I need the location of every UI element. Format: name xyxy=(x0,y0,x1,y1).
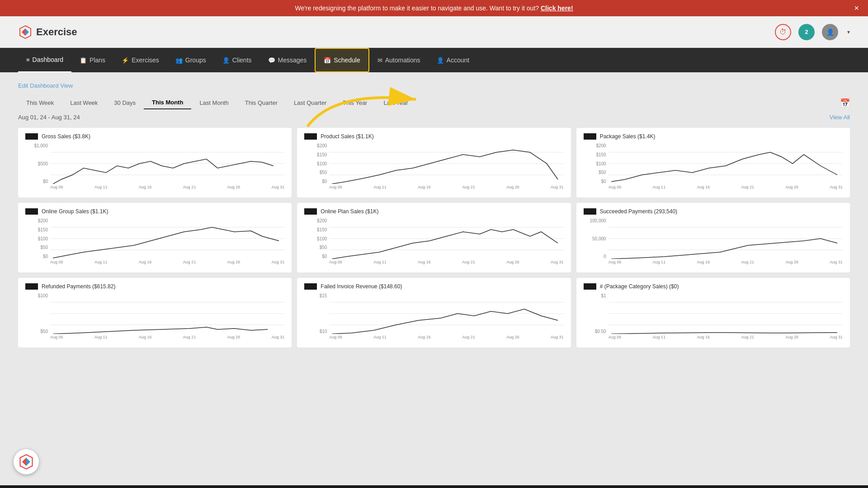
nav-messages[interactable]: 💬 Messages xyxy=(260,48,315,72)
legend-box-package-category-sales xyxy=(584,283,596,290)
chart-header-online-group-sales: Online Group Sales ($1.1K) xyxy=(25,208,284,215)
xaxis-gross-sales: Aug 06Aug 11Aug 16Aug 21Aug 26Aug 31 xyxy=(50,185,284,193)
chart-plot-online-group-sales xyxy=(50,218,284,259)
charts-grid: Gross Sales ($3.8K)$1,000$500$0Aug 06Aug… xyxy=(18,128,850,347)
chart-area-online-group-sales: $200$150$100$50$0Aug 06Aug 11Aug 16Aug 2… xyxy=(25,218,284,268)
legend-box-failed-invoice xyxy=(304,283,317,290)
nav-clients[interactable]: 👤 Clients xyxy=(214,48,260,72)
nav-groups-label: Groups xyxy=(185,56,206,64)
filter-30-days[interactable]: 30 Days xyxy=(106,97,144,109)
announcement-banner: We're redesigning the platform to make i… xyxy=(0,0,868,16)
filter-last-month[interactable]: Last Month xyxy=(191,97,236,109)
filter-this-quarter[interactable]: This Quarter xyxy=(237,97,286,109)
chart-header-gross-sales: Gross Sales ($3.8K) xyxy=(25,133,284,140)
xaxis-package-category-sales: Aug 06Aug 11Aug 16Aug 21Aug 26Aug 31 xyxy=(609,335,843,343)
filter-this-week[interactable]: This Week xyxy=(18,97,62,109)
dashboard-icon: ≡ xyxy=(26,56,30,63)
chart-title-online-plan-sales: Online Plan Sales ($1K) xyxy=(321,208,378,215)
chart-plot-package-category-sales xyxy=(609,293,843,334)
clock-button[interactable]: ⏱ xyxy=(775,24,791,40)
nav-plans[interactable]: 📋 Plans xyxy=(71,48,113,72)
chart-area-gross-sales: $1,000$500$0Aug 06Aug 11Aug 16Aug 21Aug … xyxy=(25,143,284,193)
chart-plot-succeeded-payments xyxy=(609,218,843,259)
filter-last-quarter[interactable]: Last Quarter xyxy=(286,97,335,109)
groups-icon: 👥 xyxy=(175,57,183,64)
legend-box-online-group-sales xyxy=(25,208,38,215)
chart-header-succeeded-payments: Succeeded Payments (293,540) xyxy=(584,208,843,215)
yaxis-online-plan-sales: $200$150$100$50$0 xyxy=(304,218,327,259)
chart-title-product-sales: Product Sales ($1.1K) xyxy=(321,133,373,140)
nav-automations[interactable]: ✉ Automations xyxy=(369,48,429,72)
legend-box-refunded-payments xyxy=(25,283,38,290)
chart-title-online-group-sales: Online Group Sales ($1.1K) xyxy=(42,208,108,215)
date-range-text: Aug 01, 24 - Aug 31, 24 xyxy=(18,114,80,121)
nav-messages-label: Messages xyxy=(278,56,307,64)
xaxis-refunded-payments: Aug 06Aug 11Aug 16Aug 21Aug 26Aug 31 xyxy=(50,335,284,343)
xaxis-succeeded-payments: Aug 06Aug 11Aug 16Aug 21Aug 26Aug 31 xyxy=(609,260,843,268)
banner-link[interactable]: Click here! xyxy=(541,5,573,12)
chart-title-gross-sales: Gross Sales ($3.8K) xyxy=(42,133,90,140)
account-icon: 👤 xyxy=(437,57,444,64)
messages-icon: 💬 xyxy=(268,57,275,64)
chart-title-succeeded-payments: Succeeded Payments (293,540) xyxy=(600,208,677,215)
chart-product-sales: Product Sales ($1.1K)$200$150$100$50$0Au… xyxy=(297,128,571,197)
automations-icon: ✉ xyxy=(377,57,382,64)
edit-dashboard-link[interactable]: Edit Dashboard View xyxy=(18,82,73,89)
notifications-button[interactable]: 2 xyxy=(798,24,815,40)
clients-icon: 👤 xyxy=(222,57,230,64)
chart-area-failed-invoice: $15$10Aug 06Aug 11Aug 16Aug 21Aug 26Aug … xyxy=(304,293,563,343)
yaxis-package-category-sales: $1$0.50 xyxy=(584,293,606,334)
chart-plot-refunded-payments xyxy=(50,293,284,334)
yaxis-product-sales: $200$150$100$50$0 xyxy=(304,143,327,184)
banner-message: We're redesigning the platform to make i… xyxy=(295,5,539,12)
plans-icon: 📋 xyxy=(80,57,87,64)
chart-plot-online-plan-sales xyxy=(329,218,563,259)
chart-area-package-category-sales: $1$0.50Aug 06Aug 11Aug 16Aug 21Aug 26Aug… xyxy=(584,293,843,343)
calendar-icon[interactable]: 📅 xyxy=(840,98,850,108)
yaxis-package-sales: $200$150$100$50$0 xyxy=(584,143,606,184)
yaxis-online-group-sales: $200$150$100$50$0 xyxy=(25,218,48,259)
legend-box-succeeded-payments xyxy=(584,208,596,215)
legend-box-gross-sales xyxy=(25,133,38,140)
legend-box-package-sales xyxy=(584,133,596,140)
logo-icon xyxy=(18,25,33,39)
nav-dashboard[interactable]: ≡ Dashboard xyxy=(18,48,71,72)
chart-header-refunded-payments: Refunded Payments ($615.82) xyxy=(25,283,284,290)
filter-this-year[interactable]: This Year xyxy=(335,97,375,109)
xaxis-online-plan-sales: Aug 06Aug 11Aug 16Aug 21Aug 26Aug 31 xyxy=(329,260,563,268)
chart-plot-failed-invoice xyxy=(329,293,563,334)
nav-schedule-label: Schedule xyxy=(334,56,360,64)
chart-refunded-payments: Refunded Payments ($615.82)$100$50Aug 06… xyxy=(18,278,292,347)
header: Exercise ⏱ 2 👤 ▾ xyxy=(0,16,868,48)
chart-title-package-category-sales: # (Package Category Sales) ($0) xyxy=(600,283,679,290)
yaxis-gross-sales: $1,000$500$0 xyxy=(25,143,48,184)
chart-failed-invoice: Failed Invoice Revenue ($148.60)$15$10Au… xyxy=(297,278,571,347)
chart-area-product-sales: $200$150$100$50$0Aug 06Aug 11Aug 16Aug 2… xyxy=(304,143,563,193)
chart-plot-gross-sales xyxy=(50,143,284,184)
nav-exercises[interactable]: ⚡ Exercises xyxy=(113,48,167,72)
chart-online-plan-sales: Online Plan Sales ($1K)$200$150$100$50$0… xyxy=(297,203,571,272)
filter-last-week[interactable]: Last Week xyxy=(62,97,106,109)
avatar[interactable]: 👤 xyxy=(822,24,838,40)
bottom-logo[interactable] xyxy=(14,449,39,474)
chart-package-category-sales: # (Package Category Sales) ($0)$1$0.50Au… xyxy=(576,278,850,347)
banner-close-button[interactable]: × xyxy=(854,4,859,13)
schedule-icon: 📅 xyxy=(324,57,331,64)
nav-automations-label: Automations xyxy=(385,56,420,64)
chart-plot-package-sales xyxy=(609,143,843,184)
chart-area-package-sales: $200$150$100$50$0Aug 06Aug 11Aug 16Aug 2… xyxy=(584,143,843,193)
nav-account[interactable]: 👤 Account xyxy=(429,48,478,72)
chart-succeeded-payments: Succeeded Payments (293,540)100,00050,00… xyxy=(576,203,850,272)
xaxis-package-sales: Aug 06Aug 11Aug 16Aug 21Aug 26Aug 31 xyxy=(609,185,843,193)
nav-groups[interactable]: 👥 Groups xyxy=(167,48,214,72)
filter-last-year[interactable]: Last Year xyxy=(375,97,416,109)
nav-schedule[interactable]: 📅 Schedule xyxy=(315,48,369,72)
chart-gross-sales: Gross Sales ($3.8K)$1,000$500$0Aug 06Aug… xyxy=(18,128,292,197)
header-actions: ⏱ 2 👤 ▾ xyxy=(775,24,850,40)
filter-this-month[interactable]: This Month xyxy=(144,96,191,109)
chart-header-package-sales: Package Sales ($1.4K) xyxy=(584,133,843,140)
chart-title-package-sales: Package Sales ($1.4K) xyxy=(600,133,656,140)
avatar-caret-icon[interactable]: ▾ xyxy=(847,29,850,35)
view-all-link[interactable]: View All xyxy=(830,114,850,121)
nav-dashboard-label: Dashboard xyxy=(33,56,64,63)
